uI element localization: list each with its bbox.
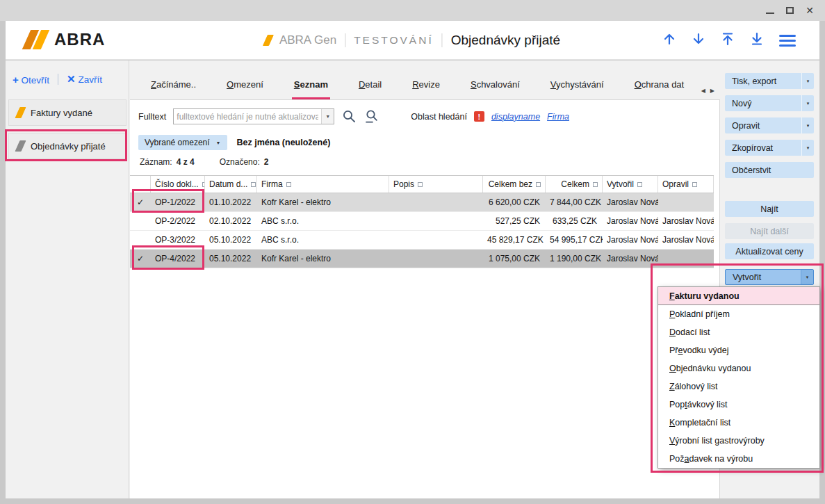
column-options-icon[interactable] [593,182,598,187]
column-options-icon[interactable] [692,182,697,187]
refresh-button[interactable]: Občerstvit [725,162,814,178]
title-separator [442,33,443,47]
column-header-firma[interactable]: Firma [257,176,389,193]
tab-omezeni[interactable]: Omezení [227,79,263,90]
column-options-icon[interactable] [637,182,642,187]
column-header-cislo[interactable]: Číslo dokl... [151,176,205,193]
column-header-celkem[interactable]: Celkem [546,176,603,193]
search-field-link-displayname[interactable]: displayname [491,112,540,122]
agenda-sidebar: + Otevřít ✕ Zavřít Faktury vydané Objedn… [6,60,129,498]
arrow-down-to-line-icon [750,32,764,46]
chevron-down-icon[interactable]: ▾ [801,73,814,89]
column-options-icon[interactable] [286,182,291,187]
main-menu-button[interactable] [779,35,796,47]
list-content: Fulltext ▼ Oblast hledání ! displayname … [130,99,720,498]
restriction-selector[interactable]: Vybrané omezení ▼ [138,135,227,150]
tab-zaciname[interactable]: Začínáme.. [151,79,196,90]
search-scope-label: Oblast hledání [411,112,467,122]
previous-record-button[interactable] [662,32,676,49]
search-field-link-firma[interactable]: Firma [547,112,569,122]
agenda-slash-icon [15,107,26,118]
chevron-down-icon[interactable]: ▾ [801,140,814,156]
menu-item-dodaci-list[interactable]: Dodací list [658,323,819,341]
menu-item-kompletacni-list[interactable]: Kompletační list [658,414,819,432]
column-header-datum[interactable]: Datum d... [205,176,257,193]
chevron-down-icon[interactable]: ▾ [801,270,813,284]
edit-button[interactable]: Opravit ▾ [725,117,814,133]
window-titlebar: ✕ [0,0,825,21]
column-header-check [130,176,151,193]
tab-vychystavani[interactable]: Vychystávání [550,79,604,90]
column-options-icon[interactable] [418,182,423,187]
tab-seznam[interactable]: Seznam [294,79,328,90]
open-agenda-button[interactable]: + Otevřít [13,74,49,86]
restriction-selector-label: Vybrané omezení [145,138,210,147]
menu-item-fakturu-vydanou[interactable]: Fakturu vydanou [658,287,819,305]
menu-item-prevodku-vydej[interactable]: Převodku výdej [658,341,819,359]
tab-ochrana-dat[interactable]: Ochrana dat [635,79,685,90]
tab-revize[interactable]: Revize [412,79,440,90]
tab-bar: Začínáme.. Omezení Seznam Detail Revize … [130,60,720,99]
arrow-up-icon [662,32,676,46]
maximize-button[interactable] [786,4,794,17]
table-row-op-2-2022[interactable]: OP-2/2022 02.10.2022 ABC s.r.o. 527,25 C… [130,212,714,231]
menu-item-poptavkovy-list[interactable]: Poptávkový list [658,396,819,414]
find-next-button[interactable]: Najít další [725,223,814,239]
create-button[interactable]: Vytvořit ▾ [725,269,814,285]
row-check-icon[interactable] [130,212,151,230]
menu-item-objednavku-vydanou[interactable]: Objednávku vydanou [658,359,819,377]
table-row-op-1-2022[interactable]: ✓ OP-1/2022 01.10.2022 Kofr Karel - elek… [130,193,714,212]
table-row-op-4-2022[interactable]: ✓ OP-4/2022 05.10.2022 Kofr Karel - elek… [130,250,714,268]
column-header-celkem-bez[interactable]: Celkem bez [483,176,546,193]
chevron-down-icon[interactable]: ▼ [321,109,334,124]
menu-item-vyrobni-list-gastrovyroby[interactable]: Výrobní list gastrovýroby [658,432,819,450]
update-prices-button[interactable]: Aktualizovat ceny [725,243,814,259]
first-record-button[interactable] [721,32,735,49]
agenda-slash-icon [262,35,273,46]
title-separator [345,33,345,47]
chevron-down-icon[interactable]: ▾ [801,95,814,111]
minimize-button[interactable] [766,4,774,17]
open-agenda-label: Otevřít [22,75,50,86]
window-title-group: ABRA Gen TESTOVÁNÍ Objednávky přijaté [265,21,560,60]
copy-button[interactable]: Zkopírovat ▾ [725,140,814,156]
chevron-down-icon[interactable]: ▾ [801,117,814,133]
sidebar-item-objednavky-prijate[interactable]: Objednávky přijaté [8,133,126,159]
menu-item-pokladni-prijem[interactable]: Pokladní příjem [658,305,819,323]
row-check-icon[interactable]: ✓ [130,250,151,268]
alert-icon: ! [474,111,484,122]
tab-schvalovani[interactable]: Schvalování [471,79,520,90]
table-row-op-3-2022[interactable]: OP-3/2022 05.10.2022 ABC s.r.o. 45 829,1… [130,231,714,250]
close-agenda-label: Zavřít [78,74,102,85]
tab-scroll-right-button[interactable]: ▶ [710,88,714,94]
search-icon [342,109,357,124]
menu-item-pozadavek-na-vyrobu[interactable]: Požadavek na výrobu [658,450,819,468]
marked-label: Označeno: [220,157,260,167]
last-record-button[interactable] [750,32,764,49]
column-header-vytvoril[interactable]: Vytvořil [603,176,658,193]
menu-item-zalohovy-list[interactable]: Zálohový list [658,377,819,396]
next-record-button[interactable] [692,32,705,49]
search-button[interactable] [341,109,357,124]
row-check-icon[interactable]: ✓ [130,193,151,211]
search-all-button[interactable] [364,109,379,124]
hamburger-icon [779,35,796,37]
close-agenda-button[interactable]: ✕ Zavřít [67,73,102,86]
column-options-icon[interactable] [536,182,541,187]
new-button[interactable]: Nový ▾ [725,95,814,111]
maximize-icon [786,7,794,14]
column-header-popis[interactable]: Popis [389,176,483,193]
sidebar-item-faktury-vydane[interactable]: Faktury vydané [8,99,126,126]
print-export-button[interactable]: Tisk, export ▾ [725,73,814,89]
fulltext-input[interactable] [174,109,321,124]
column-options-icon[interactable] [251,182,256,187]
row-check-icon[interactable] [130,231,151,249]
find-button[interactable]: Najít [725,201,814,217]
close-button[interactable]: ✕ [806,6,814,15]
abra-logo-icon [22,30,50,49]
column-header-opravil[interactable]: Opravil [658,176,714,193]
tab-scroll-left-button[interactable]: ◀ [701,88,705,94]
tab-detail[interactable]: Detail [359,79,382,90]
app-header: ABRA ABRA Gen TESTOVÁNÍ Objednávky přija… [6,21,819,60]
main-panel: Začínáme.. Omezení Seznam Detail Revize … [130,60,720,498]
